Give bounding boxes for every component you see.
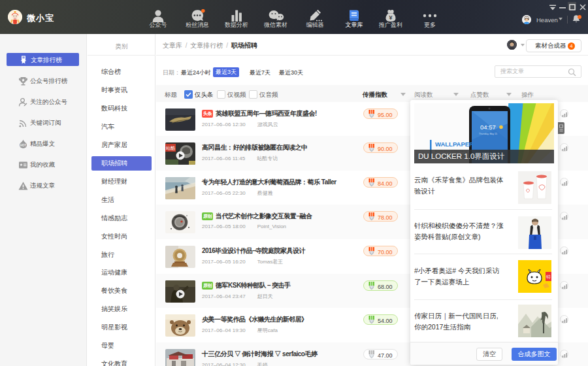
svg-text:04:57: 04:57 xyxy=(480,124,496,131)
svg-text:¥: ¥ xyxy=(389,14,392,21)
svg-text:Thursday, May 15: Thursday, May 15 xyxy=(479,133,497,135)
svg-text:HOT: HOT xyxy=(20,144,27,147)
svg-text:特: 特 xyxy=(546,274,551,280)
svg-text:站酷: 站酷 xyxy=(166,146,175,151)
svg-text:WALLPAPER: WALLPAPER xyxy=(435,141,474,148)
